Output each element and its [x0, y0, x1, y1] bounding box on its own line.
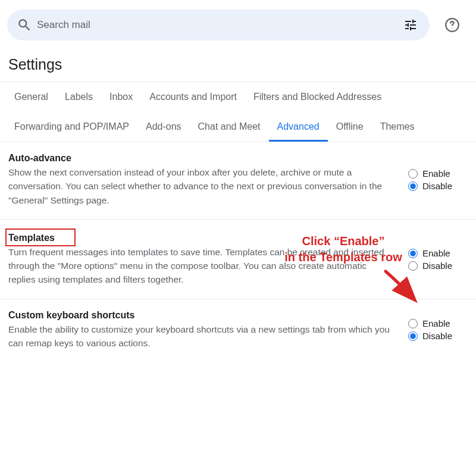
tab-add-ons[interactable]: Add-ons [137, 112, 190, 142]
setting-desc: Templates Turn frequent messages into te… [8, 233, 396, 287]
radio-disable-custom-keyboard[interactable]: Disable [408, 331, 468, 341]
help-icon [444, 17, 460, 33]
search-container[interactable] [7, 10, 430, 40]
radio-label-disable: Disable [422, 331, 452, 341]
tab-filters-blocked[interactable]: Filters and Blocked Addresses [245, 82, 390, 112]
radio-input-disable-custom-keyboard[interactable] [408, 331, 418, 341]
radio-disable-templates[interactable]: Disable [408, 261, 468, 271]
tab-accounts-import[interactable]: Accounts and Import [141, 82, 245, 112]
setting-row-custom-keyboard: Custom keyboard shortcuts Enable the abi… [0, 299, 476, 362]
tab-general[interactable]: General [6, 82, 57, 112]
setting-controls-custom-keyboard: Enable Disable [408, 310, 468, 350]
tab-inbox[interactable]: Inbox [101, 82, 141, 112]
setting-controls-auto-advance: Enable Disable [408, 153, 468, 207]
radio-label-enable: Enable [422, 248, 450, 258]
settings-body: Auto-advance Show the next conversation … [0, 142, 476, 362]
setting-row-templates: Templates Turn frequent messages into te… [0, 220, 476, 299]
tune-icon[interactable] [403, 18, 418, 32]
setting-desc: Auto-advance Show the next conversation … [8, 153, 396, 207]
radio-input-enable-templates[interactable] [408, 249, 418, 258]
radio-enable-templates[interactable]: Enable [408, 248, 468, 258]
setting-title-custom-keyboard: Custom keyboard shortcuts [8, 310, 134, 321]
tab-offline[interactable]: Offline [328, 112, 372, 142]
search-icon [17, 17, 32, 33]
radio-enable-auto-advance[interactable]: Enable [408, 168, 468, 178]
tab-advanced[interactable]: Advanced [269, 112, 328, 142]
radio-label-disable: Disable [422, 261, 452, 271]
help-button[interactable] [440, 13, 464, 37]
tab-labels[interactable]: Labels [57, 82, 101, 112]
setting-text-auto-advance: Show the next conversation instead of yo… [8, 165, 396, 207]
setting-title-auto-advance: Auto-advance [8, 153, 71, 164]
setting-text-custom-keyboard: Enable the ability to customize your key… [8, 322, 396, 350]
radio-input-disable-auto-advance[interactable] [408, 181, 418, 191]
radio-label-enable: Enable [422, 168, 450, 178]
radio-label-enable: Enable [422, 318, 450, 328]
radio-input-enable-custom-keyboard[interactable] [408, 319, 418, 328]
setting-title-templates: Templates [8, 233, 55, 243]
radio-input-enable-auto-advance[interactable] [408, 169, 418, 178]
search-input[interactable] [37, 19, 403, 31]
top-bar [0, 0, 476, 48]
tab-forwarding-pop-imap[interactable]: Forwarding and POP/IMAP [6, 112, 137, 142]
svg-point-1 [452, 28, 452, 29]
radio-enable-custom-keyboard[interactable]: Enable [408, 318, 468, 328]
page-title: Settings [0, 48, 476, 82]
setting-controls-templates: Enable Disable [408, 233, 468, 287]
radio-input-disable-templates[interactable] [408, 261, 418, 271]
radio-label-disable: Disable [422, 181, 452, 191]
tab-themes[interactable]: Themes [372, 112, 423, 142]
tab-chat-meet[interactable]: Chat and Meet [190, 112, 269, 142]
setting-text-templates: Turn frequent messages into templates to… [8, 245, 396, 287]
radio-disable-auto-advance[interactable]: Disable [408, 181, 468, 191]
setting-row-auto-advance: Auto-advance Show the next conversation … [0, 142, 476, 220]
setting-desc: Custom keyboard shortcuts Enable the abi… [8, 310, 396, 350]
settings-tabs: General Labels Inbox Accounts and Import… [0, 82, 476, 142]
